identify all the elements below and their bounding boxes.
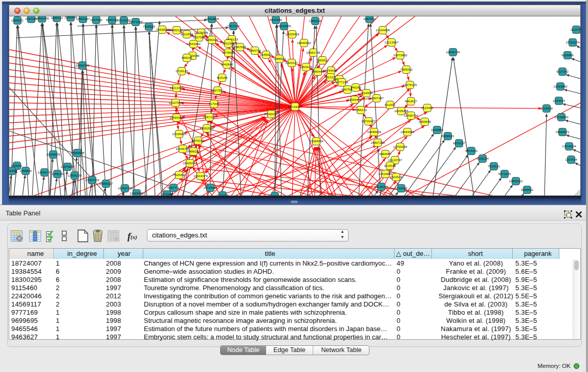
svg-text:16210643: 16210643	[554, 115, 569, 119]
svg-text:1244415: 1244415	[553, 99, 565, 102]
svg-text:7663822: 7663822	[156, 28, 169, 31]
svg-text:10961758: 10961758	[306, 51, 320, 54]
svg-text:1615112: 1615112	[384, 164, 396, 167]
svg-text:1112471: 1112471	[570, 28, 580, 31]
svg-text:621001: 621001	[385, 103, 396, 106]
svg-text:12213369: 12213369	[169, 86, 184, 90]
svg-text:19384554: 19384554	[309, 139, 323, 143]
svg-text:10807487: 10807487	[369, 96, 384, 100]
svg-text:12923445: 12923445	[129, 191, 144, 195]
svg-text:1405571: 1405571	[11, 18, 24, 22]
svg-text:7632621: 7632621	[488, 164, 500, 168]
svg-text:16914479: 16914479	[193, 174, 208, 178]
svg-text:18640910: 18640910	[297, 41, 311, 45]
svg-text:16409349: 16409349	[183, 161, 197, 165]
svg-text:19218506: 19218506	[277, 24, 291, 28]
svg-text:1095312: 1095312	[51, 16, 63, 19]
svg-text:10033809: 10033809	[205, 17, 219, 20]
svg-text:12213967: 12213967	[384, 40, 399, 44]
svg-text:8938923: 8938923	[442, 134, 454, 138]
svg-text:2935114: 2935114	[476, 157, 489, 160]
svg-text:2867608: 2867608	[234, 45, 247, 49]
svg-text:8878342: 8878342	[192, 139, 205, 142]
svg-text:7357274: 7357274	[227, 24, 240, 28]
svg-text:8498222: 8498222	[187, 149, 200, 153]
svg-text:15495764: 15495764	[404, 114, 418, 117]
svg-text:9474444: 9474444	[465, 149, 478, 152]
svg-text:3624554: 3624554	[360, 91, 373, 95]
svg-text:3267110: 3267110	[203, 115, 215, 119]
svg-text:1274455: 1274455	[216, 193, 229, 195]
svg-text:803144: 803144	[217, 76, 228, 79]
svg-text:20206576: 20206576	[46, 152, 60, 156]
svg-text:17016504: 17016504	[562, 144, 576, 148]
svg-text:17359928: 17359928	[70, 151, 84, 155]
svg-text:19166825: 19166825	[172, 132, 186, 136]
svg-text:17357223: 17357223	[85, 178, 99, 182]
svg-text:9660124: 9660124	[170, 28, 183, 32]
svg-text:25300293: 25300293	[264, 112, 278, 116]
svg-text:1362615: 1362615	[300, 65, 313, 69]
svg-text:8990448: 8990448	[312, 70, 324, 73]
svg-text:19654923: 19654923	[400, 130, 415, 134]
svg-text:16120747: 16120747	[388, 158, 402, 162]
svg-text:21564436: 21564436	[347, 98, 362, 101]
svg-text:15136141: 15136141	[374, 185, 388, 188]
svg-text:3242848: 3242848	[221, 62, 233, 66]
svg-text:10973493: 10973493	[393, 53, 407, 57]
svg-text:2522514: 2522514	[390, 175, 403, 179]
svg-text:1640950: 1640950	[431, 128, 444, 132]
svg-text:9115460: 9115460	[421, 106, 433, 110]
svg-text:10025488: 10025488	[394, 109, 408, 113]
svg-text:8912954: 8912954	[181, 32, 193, 36]
svg-text:10688609: 10688609	[367, 130, 381, 134]
svg-text:7485063: 7485063	[400, 68, 413, 71]
svg-text:10107554: 10107554	[168, 101, 183, 104]
svg-text:9327503: 9327503	[193, 35, 206, 39]
svg-text:2045012: 2045012	[269, 194, 281, 195]
svg-text:8454749: 8454749	[249, 49, 262, 52]
svg-text:20691406: 20691406	[35, 16, 49, 20]
svg-text:10654085: 10654085	[169, 116, 184, 119]
svg-text:20053346: 20053346	[75, 63, 90, 67]
svg-text:12325419: 12325419	[285, 32, 299, 36]
svg-text:9329966: 9329966	[561, 53, 574, 57]
svg-text:6879197: 6879197	[453, 141, 466, 145]
svg-text:8813054: 8813054	[270, 18, 282, 21]
svg-text:8322037: 8322037	[286, 61, 298, 64]
svg-text:8471676: 8471676	[498, 172, 511, 176]
svg-text:9146821: 9146821	[260, 53, 273, 56]
svg-text:15720407: 15720407	[361, 119, 376, 123]
svg-text:989016: 989016	[182, 56, 192, 59]
svg-text:10543382: 10543382	[186, 42, 201, 46]
svg-text:12093882: 12093882	[553, 84, 568, 88]
svg-text:9427552: 9427552	[211, 89, 224, 92]
svg-text:10654112: 10654112	[509, 179, 523, 183]
svg-text:16648784: 16648784	[446, 50, 460, 54]
svg-text:515061: 515061	[12, 164, 23, 167]
svg-text:12353594: 12353594	[200, 126, 214, 130]
svg-text:391530: 391530	[9, 169, 17, 172]
svg-text:16671355: 16671355	[128, 20, 143, 24]
svg-text:8186328: 8186328	[206, 38, 219, 41]
svg-text:1960264: 1960264	[309, 19, 322, 23]
svg-text:417006: 417006	[209, 102, 220, 105]
svg-text:2718126: 2718126	[176, 69, 188, 73]
svg-text:1588520: 1588520	[273, 57, 286, 60]
svg-text:7515526: 7515526	[143, 25, 156, 28]
svg-text:1733426: 1733426	[395, 186, 408, 190]
svg-text:10154808: 10154808	[376, 28, 390, 32]
svg-text:12942737: 12942737	[37, 170, 52, 174]
svg-text:9245052: 9245052	[521, 188, 534, 191]
svg-text:9227342: 9227342	[556, 70, 569, 73]
svg-text:12505135: 12505135	[68, 173, 82, 177]
svg-text:1527602: 1527602	[90, 18, 103, 21]
svg-text:1145139: 1145139	[51, 172, 63, 176]
svg-text:9273301: 9273301	[161, 192, 173, 195]
svg-text:7955812: 7955812	[316, 58, 329, 62]
svg-text:15751074: 15751074	[565, 40, 580, 44]
svg-text:1156809: 1156809	[19, 169, 32, 172]
svg-text:10975687: 10975687	[60, 165, 75, 168]
svg-text:7625402: 7625402	[173, 173, 186, 177]
svg-text:18807249: 18807249	[371, 141, 385, 144]
